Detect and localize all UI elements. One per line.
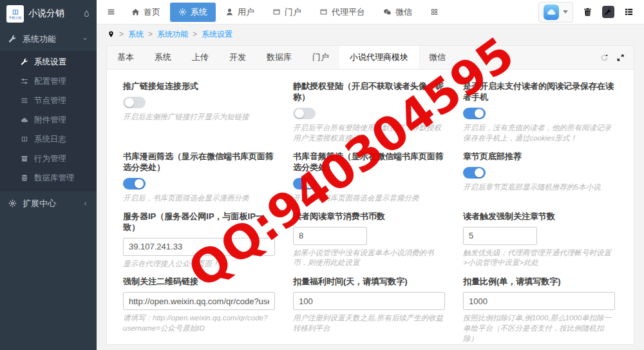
tab-upload[interactable]: 上传	[182, 46, 219, 69]
nav-system[interactable]: 系统	[170, 3, 216, 22]
nav-users[interactable]: 用户	[217, 3, 263, 22]
location-pin-icon	[108, 30, 115, 38]
breadcrumb-sep: >	[193, 30, 197, 39]
breadcrumb: > 系统 > 系统功能 > 系统设置	[97, 24, 644, 44]
form-row-inputs-2: 强制关注二维码链接 请填写：http://open.weixin.qq.com/…	[123, 276, 618, 344]
sidebar-item-attachment-management[interactable]: 附件管理	[0, 110, 97, 130]
top-navbar: 首页 系统 用户 门户 代理平台 微信	[97, 0, 644, 24]
book-icon	[21, 135, 28, 143]
tab-develop[interactable]: 开发	[219, 46, 256, 69]
welfare-days-input[interactable]	[293, 292, 445, 310]
refresh-icon[interactable]	[600, 53, 609, 62]
sidebar-submenu: 系统设置 配置管理 节点管理 附件管理 系统日志 行为管理 数据库管理	[0, 51, 97, 191]
tab-portal[interactable]: 门户	[302, 46, 339, 69]
tab-basic[interactable]: 基本	[107, 46, 144, 69]
breadcrumb-system-settings[interactable]: 系统设置	[202, 29, 232, 40]
app-logo: 手机小说	[6, 5, 24, 23]
nav-agent-platform[interactable]: 代理平台	[311, 3, 374, 22]
sidebar-item-config-management[interactable]: 配置管理	[0, 72, 97, 91]
field-qr-link: 强制关注二维码链接 请填写：http://open.weixin.qq.com/…	[123, 276, 275, 344]
wechat-icon	[383, 8, 392, 16]
tools-button[interactable]	[602, 6, 614, 18]
logo-caption: 手机小说	[9, 16, 22, 19]
trash-icon[interactable]	[583, 7, 592, 17]
comic-filter-toggle[interactable]	[123, 178, 146, 190]
chapter-recommend-toggle[interactable]	[463, 167, 486, 179]
nav-wechat[interactable]: 微信	[375, 3, 421, 22]
navbar-right-tools	[538, 2, 636, 23]
user-icon	[225, 8, 234, 16]
sidebar-item-system-settings[interactable]: 系统设置	[0, 52, 97, 72]
settings-form: 推广链接短连接形式 开启后左侧推广链接打开显示为短链接 静默授权登陆（开启不获取…	[107, 70, 634, 350]
breadcrumb-sep: >	[119, 30, 124, 39]
chevron-down-icon	[82, 36, 88, 43]
sidebar-item-node-management[interactable]: 节点管理	[0, 91, 97, 110]
deduct-ratio-input[interactable]	[463, 292, 615, 310]
cloud-icon	[21, 116, 28, 124]
field-deduct-ratio: 扣量比例(单，请填写数字) 按照比例扣除订单,例1000,那么1000单扣除一单…	[463, 276, 615, 344]
hamburger-icon[interactable]	[107, 8, 115, 16]
list-icon	[21, 97, 28, 104]
force-follow-input[interactable]	[463, 227, 537, 245]
book-logo-icon	[11, 8, 20, 16]
silent-auth-toggle[interactable]	[293, 108, 316, 119]
nav-apps-grid[interactable]	[422, 4, 447, 20]
sidebar-item-database-management[interactable]: 数据库管理	[0, 168, 97, 188]
nav-portal[interactable]: 门户	[264, 3, 310, 22]
gear-icon	[178, 8, 187, 16]
tab-system[interactable]: 系统	[144, 46, 182, 69]
log-list-icon[interactable]	[624, 7, 634, 17]
breadcrumb-system-functions[interactable]: 系统功能	[157, 29, 188, 40]
window-icon	[272, 8, 281, 16]
chevron-left-icon	[82, 200, 88, 207]
tab-database[interactable]: 数据库	[256, 46, 302, 69]
field-chapter-recommend: 章节页底部推荐 开启后章节页底部显示随机推荐的5本小说	[463, 151, 615, 204]
sidebar-item-behavior-management[interactable]: 行为管理	[0, 149, 97, 168]
caret-down-icon	[563, 10, 568, 14]
cloud-avatar-icon	[547, 8, 556, 15]
sidebar-group-extension-center[interactable]: 扩展中心	[0, 191, 97, 215]
field-welfare-days: 扣量福利时间(天，请填写数字) 用户注册到设置天数之后,所有后续产生的收益转移到…	[293, 276, 445, 344]
account-dropdown[interactable]	[538, 2, 573, 23]
wrench-icon	[605, 8, 612, 15]
settings-panel: 基本 系统 上传 开发 数据库 门户 小说代理商模块 微信 推广链接短连接形式 …	[106, 45, 634, 345]
gear-icon	[8, 199, 17, 208]
archive-icon	[21, 155, 28, 162]
field-force-follow: 读者触发强制关注章节数 触发优先级：代理商管理开通代理帐号时设置>小说管理中设置…	[463, 211, 615, 269]
droplet-icon	[83, 10, 90, 18]
breadcrumb-system[interactable]: 系统	[128, 29, 144, 40]
field-short-link: 推广链接短连接形式 开启后左侧推广链接打开显示为短链接	[123, 81, 275, 144]
tab-tools	[600, 46, 634, 69]
breadcrumb-sep: >	[148, 30, 153, 39]
fullscreen-icon[interactable]	[616, 53, 625, 62]
sidebar-group-system-functions[interactable]: 系统功能	[0, 27, 97, 51]
nav-home[interactable]: 首页	[123, 3, 169, 22]
sidebar: 手机小说 小说分销 系统功能 系统设置 配置管理 节点管理 附件管理 系统日志	[0, 0, 97, 350]
window-icon	[319, 8, 328, 16]
short-link-toggle[interactable]	[123, 97, 146, 108]
wrench-icon	[21, 58, 28, 66]
settings-tabbar: 基本 系统 上传 开发 数据库 门户 小说代理商模块 微信	[107, 46, 634, 70]
grid-icon	[430, 8, 439, 16]
app-title: 小说分销	[28, 8, 64, 19]
qr-link-input[interactable]	[123, 292, 275, 310]
wrench-icon	[8, 35, 17, 43]
field-comic-filter: 书库漫画筛选（显示在微信端书库页面筛选分类处） 开启后，书库页面筛选会显示漫画分…	[123, 151, 275, 204]
tab-novel-agent-module[interactable]: 小说代理商模块	[339, 46, 419, 69]
sidebar-header: 手机小说 小说分销	[0, 0, 97, 27]
sidebar-group-label: 系统功能	[23, 34, 56, 45]
home-icon	[131, 8, 140, 16]
avatar	[544, 5, 559, 20]
database-icon	[21, 174, 28, 182]
sliders-icon	[21, 77, 28, 85]
sidebar-item-system-logs[interactable]: 系统日志	[0, 130, 97, 149]
